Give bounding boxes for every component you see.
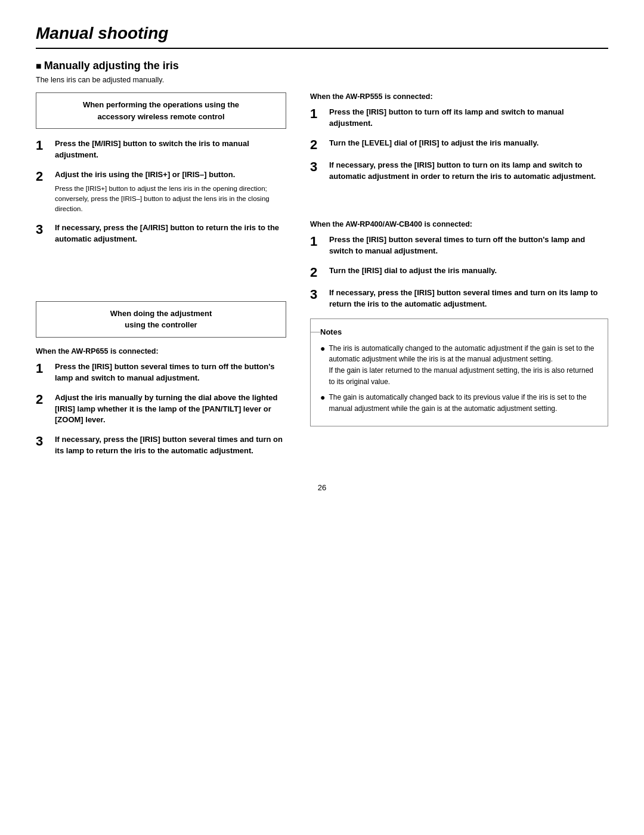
step-item: 1 Press the [M/IRIS] button to switch th… xyxy=(36,138,286,161)
step-bold-text: Press the [M/IRIS] button to switch the … xyxy=(55,138,286,161)
step-number: 2 xyxy=(36,170,48,183)
wireless-box-line2: accessory wireless remote control xyxy=(97,112,224,121)
rp555-steps-list: 1 Press the [IRIS] button to turn off it… xyxy=(310,107,608,182)
step-item: 2 Turn the [LEVEL] dial of [IRIS] to adj… xyxy=(310,138,608,151)
controller-box: When doing the adjustment using the cont… xyxy=(36,301,286,338)
step-bold-text: If necessary, press the [A/IRIS] button … xyxy=(55,222,286,245)
step-item: 3 If necessary, press the [IRIS] button … xyxy=(310,160,608,183)
intro-text: The lens iris can be adjusted manually. xyxy=(36,76,608,84)
step-bold-text: If necessary, press the [IRIS] button se… xyxy=(55,434,286,457)
rp555-label: When the AW-RP555 is connected: xyxy=(310,92,608,101)
notes-item: ● The gain is automatically changed back… xyxy=(320,392,598,414)
rp655-label: When the AW-RP655 is connected: xyxy=(36,347,286,355)
page-title: Manual shooting xyxy=(36,24,608,49)
step-content: Press the [M/IRIS] button to switch the … xyxy=(55,138,286,161)
step-content: If necessary, press the [IRIS] button to… xyxy=(329,160,608,183)
step-bold-text: If necessary, press the [IRIS] button se… xyxy=(329,287,608,310)
page-number: 26 xyxy=(36,483,608,492)
step-number: 1 xyxy=(36,139,48,152)
step-item: 1 Press the [IRIS] button to turn off it… xyxy=(310,107,608,129)
controller-steps-list: 1 Press the [IRIS] button several times … xyxy=(36,361,286,457)
rp400-label: When the AW-RP400/AW-CB400 is connected: xyxy=(310,220,608,228)
step-number: 2 xyxy=(310,138,322,151)
step-bold-text: Adjust the iris manually by turning the … xyxy=(55,392,286,426)
step-content: Press the [IRIS] button several times to… xyxy=(329,234,608,257)
step-number: 3 xyxy=(36,223,48,236)
step-sub-text: Press the [IRIS+] button to adjust the l… xyxy=(55,184,286,215)
step-content: Press the [IRIS] button several times to… xyxy=(55,361,286,384)
wireless-remote-box: When performing the operations using the… xyxy=(36,92,286,129)
step-bold-text: Press the [IRIS] button several times to… xyxy=(329,234,608,257)
rp400-steps-list: 1 Press the [IRIS] button several times … xyxy=(310,234,608,310)
step-number: 1 xyxy=(310,107,322,120)
step-content: Turn the [LEVEL] dial of [IRIS] to adjus… xyxy=(329,138,608,149)
step-content: If necessary, press the [A/IRIS] button … xyxy=(55,222,286,245)
step-number: 1 xyxy=(36,362,48,375)
notes-title: Notes xyxy=(320,326,598,338)
step-bold-text: Press the [IRIS] button several times to… xyxy=(55,361,286,384)
bullet-icon: ● xyxy=(320,343,325,355)
wireless-box-line1: When performing the operations using the xyxy=(83,100,239,109)
bullet-icon: ● xyxy=(320,392,325,404)
step-item: 1 Press the [IRIS] button several times … xyxy=(36,361,286,384)
step-content: Press the [IRIS] button to turn off its … xyxy=(329,107,608,129)
step-number: 3 xyxy=(310,160,322,174)
step-item: 3 If necessary, press the [A/IRIS] butto… xyxy=(36,222,286,245)
step-item: 3 If necessary, press the [IRIS] button … xyxy=(36,434,286,457)
right-column: When the AW-RP555 is connected: 1 Press … xyxy=(310,92,608,465)
controller-box-line2: using the controller xyxy=(125,320,197,329)
step-number: 2 xyxy=(36,393,48,406)
step-bold-text: Adjust the iris using the [IRIS+] or [IR… xyxy=(55,169,286,181)
step-item: 3 If necessary, press the [IRIS] button … xyxy=(310,287,608,310)
step-content: Adjust the iris manually by turning the … xyxy=(55,392,286,426)
step-item: 1 Press the [IRIS] button several times … xyxy=(310,234,608,257)
step-number: 3 xyxy=(36,435,48,448)
step-number: 2 xyxy=(310,266,322,279)
step-content: If necessary, press the [IRIS] button se… xyxy=(329,287,608,310)
section-heading: Manually adjusting the iris xyxy=(36,60,608,72)
notes-text: The iris is automatically changed to the… xyxy=(329,343,598,387)
notes-box: Notes ● The iris is automatically change… xyxy=(310,318,608,427)
step-content: Adjust the iris using the [IRIS+] or [IR… xyxy=(55,169,286,215)
step-item: 2 Turn the [IRIS] dial to adjust the iri… xyxy=(310,265,608,279)
step-bold-text: Turn the [IRIS] dial to adjust the iris … xyxy=(329,265,608,277)
step-bold-text: If necessary, press the [IRIS] button to… xyxy=(329,160,608,183)
step-content: Turn the [IRIS] dial to adjust the iris … xyxy=(329,265,608,277)
step-item: 2 Adjust the iris manually by turning th… xyxy=(36,392,286,426)
left-column: When performing the operations using the… xyxy=(36,92,286,465)
step-number: 3 xyxy=(310,288,322,301)
step-item: 2 Adjust the iris using the [IRIS+] or [… xyxy=(36,169,286,215)
step-bold-text: Press the [IRIS] button to turn off its … xyxy=(329,107,608,129)
step-content: If necessary, press the [IRIS] button se… xyxy=(55,434,286,457)
notes-item: ● The iris is automatically changed to t… xyxy=(320,343,598,387)
step-bold-text: Turn the [LEVEL] dial of [IRIS] to adjus… xyxy=(329,138,608,149)
step-number: 1 xyxy=(310,235,322,248)
controller-box-line1: When doing the adjustment xyxy=(110,309,212,318)
wireless-steps-list: 1 Press the [M/IRIS] button to switch th… xyxy=(36,138,286,245)
notes-text: The gain is automatically changed back t… xyxy=(329,392,598,414)
